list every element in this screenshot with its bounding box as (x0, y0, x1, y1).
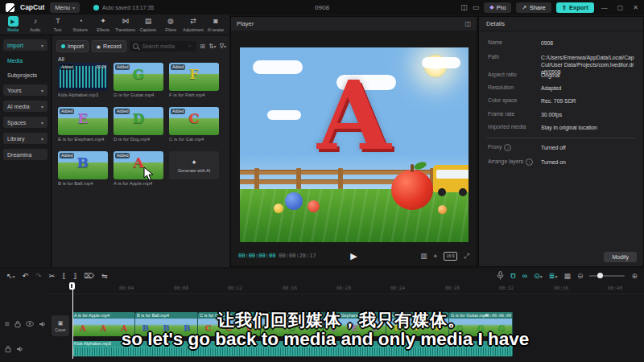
redo-icon[interactable]: ↷ (35, 272, 42, 280)
import-button[interactable]: Import (56, 40, 89, 52)
ratio-icon[interactable]: 16:9 (444, 252, 457, 261)
timeline-toolbar: ↖▾ ↶ ↷ ✂ ⟦ ⟧ ⌦ ⇋ Ω ∞ ⊙▾ ≣▾ ▦ ⊖ (0, 269, 644, 282)
delete-left-icon[interactable]: ⟦ (62, 272, 65, 280)
tab-stickers[interactable]: ◔ Stickers (69, 16, 92, 32)
audio-thumbnail[interactable]: Added 00:28 (58, 63, 108, 91)
preview-axis-icon[interactable]: ⊙▾ (534, 272, 543, 280)
linking-icon[interactable]: ∞ (522, 272, 527, 280)
filter-icon[interactable]: ∇▾ (220, 43, 226, 50)
media-item-e-elephant[interactable]: Added E E is for Elephant.mp4 (58, 107, 108, 142)
playhead-line[interactable] (72, 283, 73, 359)
delete-right-icon[interactable]: ⟧ (73, 272, 76, 280)
video-thumbnail[interactable]: Added G (114, 63, 163, 91)
split-icon[interactable]: ✂ (49, 272, 56, 280)
sidebar-item-yours[interactable]: Yours ▾ (3, 84, 47, 96)
video-preview-canvas[interactable]: A (240, 47, 469, 242)
clip-letter: A (80, 323, 86, 332)
tab-audio[interactable]: ♪ Audio (24, 16, 47, 32)
tab-media[interactable]: ▶ Media (2, 16, 24, 32)
lock-icon[interactable] (5, 345, 11, 352)
video-thumbnail[interactable]: Added A (114, 151, 163, 179)
media-item-g-guitar[interactable]: Added G G is for Guitar.mp4 (114, 63, 163, 97)
sidebar-item-subprojects[interactable]: Subprojects (3, 70, 47, 80)
modify-button[interactable]: Modify (604, 252, 637, 262)
search-scope-icon[interactable]: ○ (188, 43, 192, 48)
import-icon (61, 44, 65, 48)
hide-track-icon[interactable] (26, 321, 34, 327)
media-item-b-ball[interactable]: Added B B is for Ball.mp4 (58, 151, 108, 186)
video-thumbnail[interactable]: Added C (169, 107, 219, 135)
menu-label: Menu (55, 4, 70, 11)
video-thumbnail[interactable]: Added E (58, 107, 108, 135)
sidebar-item-spaces[interactable]: Spaces ▾ (3, 117, 47, 128)
sort-icon[interactable]: ⇅▾ (208, 43, 217, 50)
timeline-zoom-slider[interactable] (589, 275, 625, 277)
media-item-a-apple[interactable]: Added A A is for Apple.mp4 (114, 151, 163, 186)
info-icon[interactable]: i (504, 144, 511, 151)
preview-quality-icon[interactable]: ▥ (420, 252, 427, 260)
info-icon[interactable]: i (526, 158, 533, 166)
sidebar-label: Spaces (7, 120, 26, 125)
mute-track-icon[interactable] (16, 346, 23, 352)
record-button[interactable]: ◉ Record (92, 40, 126, 52)
media-item-d-dog[interactable]: Added D D is for Dog.mp4 (114, 107, 163, 142)
tab-captions[interactable]: ▤ Captions (137, 16, 159, 32)
timeline-ruler[interactable]: 00:04 00:08 00:12 00:16 00:20 00:24 00:2… (50, 282, 644, 294)
play-button[interactable]: ▶ (350, 251, 357, 261)
media-item-kids-alphabet[interactable]: Added 00:28 Kids Alphabet.mp3 (58, 63, 108, 97)
maximize-button[interactable]: ▢ (615, 4, 626, 11)
search-input[interactable] (141, 43, 186, 50)
zoom-in-icon[interactable]: ⊕ (631, 272, 638, 280)
fence-post (296, 168, 301, 189)
delete-icon[interactable]: ⌦ (84, 272, 94, 280)
fit-icon[interactable]: ⌖ (433, 252, 437, 261)
select-tool-icon[interactable]: ↖▾ (6, 272, 15, 280)
pro-button[interactable]: ◆ Pro (484, 2, 511, 13)
grid-view-icon[interactable]: ⊞ (200, 43, 205, 50)
timeline-options-icon[interactable]: ≣▾ (549, 272, 558, 280)
display-mode-icon[interactable]: ◫ (464, 20, 471, 27)
menu-button[interactable]: Menu ▾ (50, 2, 80, 13)
zoom-slider-handle[interactable] (597, 273, 603, 278)
playhead-handle[interactable] (69, 282, 75, 290)
media-item-f-fish[interactable]: Added F F is for Fish.mp4 (169, 63, 219, 97)
minimize-button[interactable]: — (599, 4, 610, 11)
color-space-value: Rec. 709 SDR (541, 97, 576, 105)
compact-layout-icon[interactable]: ▭ (473, 3, 480, 11)
sidebar-item-media[interactable]: Media (3, 56, 47, 66)
video-thumbnail[interactable]: Added B (58, 151, 108, 179)
chevron-down-icon: ▾ (540, 274, 543, 279)
tab-text[interactable]: T Text (47, 16, 69, 32)
video-thumbnail[interactable]: Added F (169, 63, 219, 91)
track-toggle-icon[interactable]: ⊞ (5, 321, 10, 327)
lock-icon[interactable] (14, 320, 21, 327)
magnet-icon[interactable]: Ω (510, 272, 516, 280)
zoom-out-icon[interactable]: ⊖ (577, 272, 584, 280)
cover-view-icon[interactable]: ▦ (564, 272, 571, 280)
undo-icon[interactable]: ↶ (23, 272, 29, 280)
search-box[interactable]: ○ (130, 41, 197, 51)
sidebar-item-ai-media[interactable]: AI media ▾ (3, 101, 47, 112)
cover-button[interactable]: ▣ Cover (52, 315, 69, 336)
media-item-c-cat[interactable]: Added C C is for Cat.mp4 (169, 107, 219, 142)
close-button[interactable]: ✕ (630, 4, 641, 11)
sidebar-item-library[interactable]: Library ▾ (3, 133, 47, 144)
voiceover-mic-icon[interactable] (497, 271, 504, 280)
tab-filters[interactable]: ◍ Filters (159, 16, 182, 32)
sidebar-item-import[interactable]: Import ▾ (3, 39, 47, 51)
tab-transitions[interactable]: ⋈ Transitions (114, 16, 137, 32)
tab-effects[interactable]: ✦ Effects (92, 16, 114, 32)
filter-all-label[interactable]: All (58, 56, 64, 62)
generate-with-ai-tile[interactable]: ✦ Generate with AI (169, 151, 219, 179)
fullscreen-icon[interactable]: ⤢ (464, 252, 469, 261)
video-thumbnail[interactable]: Added D (114, 107, 163, 135)
tab-adjustment[interactable]: ⇄ Adjustment (182, 16, 204, 32)
mirror-icon[interactable]: ⇋ (101, 272, 108, 280)
tab-ai-avatar[interactable]: ◙ AI avatar (204, 16, 227, 32)
export-button[interactable]: ⇧ Export (556, 2, 594, 13)
ruler-label: 00:40 (608, 285, 622, 290)
mute-track-icon[interactable] (39, 321, 46, 327)
sidebar-item-dreamina[interactable]: Dreamina (3, 149, 47, 160)
panel-layout-icon[interactable]: ◫ (460, 3, 468, 11)
share-button[interactable]: ↗ Share (516, 2, 551, 13)
